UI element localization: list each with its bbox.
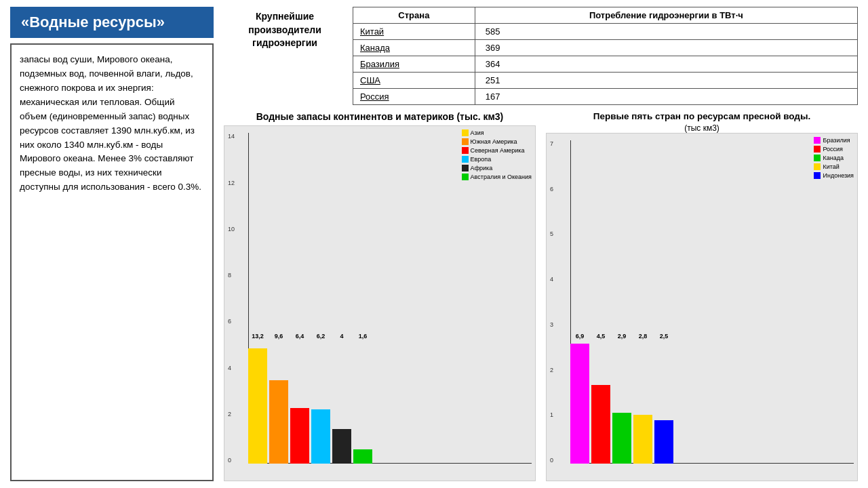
bar-item: 2,5 [654,342,673,464]
chart1-y-axis: 02468101214 [228,133,235,464]
legend-label: Индонезия [823,172,854,179]
right-panel: Крупнейшие производители гидроэнергии Ст… [224,7,858,481]
legend-label: Австралия и Океания [471,174,532,180]
bar-item: 6,4 [290,342,309,464]
bar-item: 1,6 [353,342,372,464]
legend-color [814,172,821,179]
legend-item: Европа [462,156,532,163]
y-tick: 0 [228,457,235,464]
chart2-y-axis: 01234567 [550,140,553,464]
bar [612,413,631,464]
bar-item: 4,5 [591,342,610,464]
legend-color [814,146,821,152]
y-tick: 10 [228,226,235,232]
legend-item: Австралия и Океания [462,174,532,180]
country-cell: Бразилия [353,56,475,73]
country-cell: США [353,73,475,89]
table-row: США251 [353,73,858,89]
bar [591,385,610,464]
value-cell: 585 [475,24,857,40]
legend-color [462,147,469,154]
charts-section: Водные запасы континентов и материков (т… [224,110,858,481]
y-tick: 2 [550,367,553,373]
legend-color [462,138,469,145]
bar-item: 2,8 [633,342,652,464]
legend-item: Китай [814,163,854,170]
legend-color [462,156,469,163]
bar [269,380,288,464]
bar-top-label: 2,8 [639,333,648,340]
y-tick: 6 [550,186,553,192]
bar-top-label: 4 [340,333,343,340]
page-title: «Водные ресурсы» [10,7,214,38]
bar-top-label: 2,5 [660,333,669,340]
value-cell: 364 [475,56,857,73]
legend-label: Северная Америка [471,147,525,154]
bar-item: 4 [332,342,351,464]
bar-item: 6,9 [570,342,589,464]
legend-label: Африка [471,165,493,171]
y-tick: 1 [550,411,553,418]
top-section: «Водные ресурсы» запасы вод суши, Мирово… [10,7,858,481]
legend-label: Азия [471,129,484,136]
legend-item: Азия [462,129,532,136]
chart2-area: 01234567 6,94,52,92,82,5 БразилияРоссияК… [546,133,858,481]
chart2-legend: БразилияРоссияКанадаКитайИндонезия [814,137,854,179]
table-row: Канада369 [353,40,858,56]
y-tick: 3 [550,321,553,328]
col1-header: Страна [353,7,475,24]
chart2-wrapper: Первые пять стран по ресурсам пресной во… [546,110,858,481]
legend-item: Индонезия [814,172,854,179]
bar [248,348,267,464]
chart1-area: 02468101214 13,29,66,46,241,6 АзияЮжная … [224,125,536,481]
main-text: запасы вод суши, Мирового океана, подзем… [10,43,214,481]
value-cell: 369 [475,40,857,56]
bar [570,344,589,464]
y-tick: 7 [550,140,553,147]
legend-color [462,174,469,180]
table-row: Бразилия364 [353,56,858,73]
bar-top-label: 6,4 [296,333,304,340]
bar-top-label: 13,2 [252,333,264,340]
legend-item: Бразилия [814,137,854,144]
legend-label: Бразилия [823,137,850,144]
bar-top-label: 9,6 [275,333,283,340]
legend-color [814,163,821,170]
chart1-legend: АзияЮжная АмерикаСеверная АмерикаЕвропаА… [462,129,532,180]
bar-item: 9,6 [269,342,288,464]
table-row: Россия167 [353,89,858,105]
y-tick: 2 [228,411,235,418]
bar-top-label: 1,6 [359,333,368,340]
chart2-subtitle: (тыс км3) [546,123,858,133]
legend-color [462,129,469,136]
bar [654,420,673,464]
bar-top-label: 2,9 [618,333,627,340]
bar-top-label: 4,5 [597,333,606,340]
y-tick: 14 [228,133,235,140]
legend-color [814,155,821,161]
chart2-title: Первые пять стран по ресурсам пресной во… [546,110,858,123]
country-cell: Россия [353,89,475,105]
legend-item: Африка [462,165,532,171]
y-tick: 4 [550,276,553,283]
chart2-bar-group: 6,94,52,92,82,5 [570,140,673,464]
legend-label: Южная Америка [471,138,517,145]
bar [353,449,372,464]
value-cell: 251 [475,73,857,89]
y-tick: 4 [228,365,235,371]
table-row: Китай585 [353,24,858,40]
country-cell: Канада [353,40,475,56]
legend-item: Северная Америка [462,147,532,154]
table-header-label: Крупнейшие производители гидроэнергии [224,7,346,105]
legend-label: Канада [823,155,843,161]
bar-item: 6,2 [311,342,330,464]
bar [311,409,330,464]
chart1-wrapper: Водные запасы континентов и материков (т… [224,110,536,481]
bar-item: 13,2 [248,342,267,464]
left-panel: «Водные ресурсы» запасы вод суши, Мирово… [10,7,214,481]
col2-header: Потребление гидроэнергии в ТВт·ч [475,7,857,24]
value-cell: 167 [475,89,857,105]
table-section: Крупнейшие производители гидроэнергии Ст… [224,7,858,105]
legend-label: Китай [823,163,839,170]
country-cell: Китай [353,24,475,40]
